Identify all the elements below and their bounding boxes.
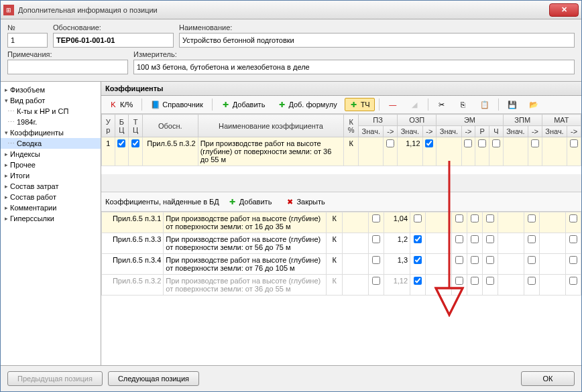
- sidebar-item[interactable]: Гиперссылки: [1, 213, 101, 224]
- checkbox[interactable]: [570, 139, 578, 147]
- sub-grid[interactable]: Прил.6.5 п.3.1При производстве работ на …: [101, 212, 581, 365]
- checkbox[interactable]: [455, 277, 463, 285]
- col-pz: ПЗ: [359, 115, 398, 126]
- sidebar-item[interactable]: Индексы: [1, 149, 101, 159]
- checkbox[interactable]: [372, 235, 380, 243]
- delete-button[interactable]: —: [384, 98, 402, 111]
- checkbox[interactable]: [569, 277, 577, 285]
- col-name: Наименование коэффициента: [198, 115, 344, 137]
- open-button[interactable]: 📂: [524, 98, 543, 111]
- checkbox[interactable]: [528, 214, 536, 222]
- checkbox[interactable]: [414, 235, 422, 243]
- app-icon: ⊞: [3, 5, 14, 15]
- col-basis: Обосн.: [142, 115, 198, 137]
- directory-button[interactable]: 📘Справочник: [146, 98, 208, 111]
- basis-input[interactable]: [53, 33, 174, 48]
- name-input[interactable]: [179, 33, 575, 48]
- cut-button[interactable]: ✂: [432, 98, 451, 111]
- sidebar-item[interactable]: Коэффициенты: [1, 127, 101, 138]
- checkbox[interactable]: [117, 139, 125, 147]
- checkbox[interactable]: [471, 235, 479, 243]
- table-row[interactable]: Прил.6.5 п.3.1При производстве работ на …: [102, 212, 581, 233]
- measure-input[interactable]: [133, 60, 575, 74]
- prev-button[interactable]: Предыдущая позиция: [7, 371, 103, 386]
- table-row[interactable]: 1Прил.6.5 п.3.2При производстве работ на…: [102, 137, 581, 166]
- checkbox[interactable]: [471, 214, 479, 222]
- sub-title: Коэффициенты, найденные в БД: [105, 198, 219, 206]
- window: ⊞ Дополнительная информация о позиции ✕ …: [0, 0, 582, 392]
- sidebar: ФизобъемВид работК-ты к НР и СП1984г.Коэ…: [1, 82, 101, 365]
- col-em: ЭМ: [436, 115, 503, 126]
- tch-button[interactable]: ✚ТЧ: [345, 98, 375, 111]
- notes-input[interactable]: [7, 60, 128, 74]
- num-input[interactable]: [7, 33, 48, 48]
- sidebar-item[interactable]: К-ты к НР и СП: [1, 106, 101, 117]
- checkbox[interactable]: [414, 256, 422, 264]
- main-grid[interactable]: У р Б Ц Т Ц Обосн. Наименование коэффици…: [101, 114, 581, 174]
- table-row[interactable]: Прил.6.5 п.3.4При производстве работ на …: [102, 254, 581, 275]
- sub-header: Коэффициенты, найденные в БД ✚Добавить ✖…: [101, 192, 581, 212]
- checkbox[interactable]: [131, 139, 139, 147]
- sidebar-item[interactable]: Комментарии: [1, 202, 101, 213]
- sidebar-item[interactable]: Физобъем: [1, 84, 101, 95]
- checkbox[interactable]: [492, 139, 500, 147]
- checkbox[interactable]: [478, 139, 486, 147]
- eraser-button[interactable]: ◢: [405, 98, 424, 111]
- save-button[interactable]: 💾: [503, 98, 522, 111]
- sidebar-item[interactable]: 1984г.: [1, 117, 101, 127]
- checkbox[interactable]: [455, 256, 463, 264]
- checkbox[interactable]: [531, 139, 539, 147]
- table-row[interactable]: Прил.6.5 п.3.3При производстве работ на …: [102, 233, 581, 254]
- checkbox[interactable]: [471, 277, 479, 285]
- checkbox[interactable]: [486, 277, 494, 285]
- checkbox[interactable]: [372, 256, 380, 264]
- checkbox[interactable]: [486, 235, 494, 243]
- checkbox[interactable]: [414, 277, 422, 285]
- checkbox[interactable]: [464, 139, 472, 147]
- checkbox[interactable]: [471, 256, 479, 264]
- tch-icon: ✚: [349, 100, 359, 109]
- sub-close-button[interactable]: ✖Закрыть: [280, 195, 329, 208]
- checkbox[interactable]: [486, 256, 494, 264]
- table-row[interactable]: Прил.6.5 п.3.2При производстве работ на …: [102, 275, 581, 296]
- checkbox[interactable]: [414, 214, 422, 222]
- sidebar-item[interactable]: Прочее: [1, 159, 101, 170]
- sidebar-item[interactable]: Вид работ: [1, 95, 101, 106]
- sidebar-item[interactable]: Состав затрат: [1, 181, 101, 192]
- book-icon: 📘: [151, 100, 160, 109]
- checkbox[interactable]: [528, 256, 536, 264]
- paste-icon: 📋: [480, 100, 489, 109]
- sidebar-item[interactable]: Итоги: [1, 170, 101, 181]
- checkbox[interactable]: [486, 214, 494, 222]
- checkbox[interactable]: [372, 277, 380, 285]
- window-title: Дополнительная информация о позиции: [18, 6, 549, 14]
- checkbox[interactable]: [425, 139, 433, 147]
- cut-icon: ✂: [437, 100, 447, 109]
- next-button[interactable]: Следующая позиция: [108, 371, 199, 386]
- add-formula-button[interactable]: ✚Доб. формулу: [272, 98, 341, 111]
- checkbox[interactable]: [455, 235, 463, 243]
- close-button[interactable]: ✕: [549, 3, 579, 17]
- add-button[interactable]: ✚Добавить: [217, 98, 270, 111]
- toolbar: KК/% 📘Справочник ✚Добавить ✚Доб. формулу…: [101, 96, 581, 114]
- checkbox[interactable]: [569, 235, 577, 243]
- copy-button[interactable]: ⎘: [454, 98, 473, 111]
- sidebar-item[interactable]: Состав работ: [1, 192, 101, 202]
- paste-button[interactable]: 📋: [475, 98, 494, 111]
- col-mat: МАТ: [542, 115, 581, 126]
- folder-icon: 📂: [529, 100, 538, 109]
- checkbox[interactable]: [386, 139, 394, 147]
- col-kpct: К %: [344, 115, 359, 137]
- sidebar-item[interactable]: Сводка: [1, 138, 101, 149]
- sub-add-button[interactable]: ✚Добавить: [223, 195, 277, 208]
- checkbox[interactable]: [569, 214, 577, 222]
- col-tc: Т Ц: [129, 115, 143, 137]
- checkbox[interactable]: [569, 256, 577, 264]
- checkbox[interactable]: [528, 277, 536, 285]
- checkbox[interactable]: [372, 214, 380, 222]
- name-label: Наименование:: [179, 23, 575, 31]
- kpercent-button[interactable]: KК/%: [104, 98, 137, 111]
- checkbox[interactable]: [455, 214, 463, 222]
- checkbox[interactable]: [528, 235, 536, 243]
- ok-button[interactable]: ОК: [521, 371, 575, 386]
